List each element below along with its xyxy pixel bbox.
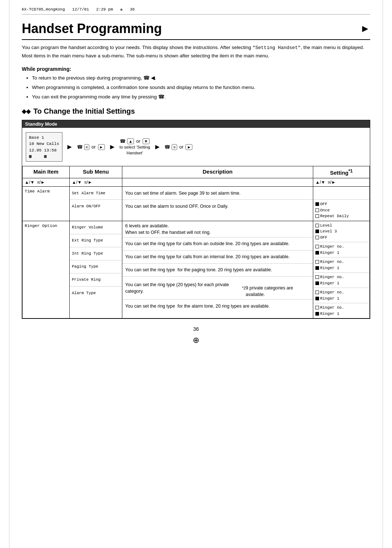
nav2-subtext: to select ‘SettingHandset’	[119, 144, 150, 156]
sub-item-private-ring: Private Ring	[70, 273, 122, 287]
sub-item-ringer-volume: Ringer Volume	[70, 221, 122, 234]
st-int-ringer-no: Ringer no.	[320, 259, 344, 265]
desc-ringer-volume: 6 levels are available.When set to OFF, …	[122, 221, 313, 238]
setting-int-ringer-no: Ringer no.	[315, 259, 367, 265]
desc-time-alarm: You can set time of alarm. See page 39 t…	[122, 187, 313, 221]
sub-item-int-ring-type: Int Ring Type	[70, 247, 122, 260]
sq-repeat-empty	[315, 214, 319, 218]
col-header-setting: Setting*1	[313, 166, 369, 178]
sub-menu-time-alarm: Set Alarm Time Alarm ON/OFF	[70, 187, 122, 221]
bullet-item-1: To return to the previous step during pr…	[32, 74, 370, 82]
lcd-antenna: ▩ ▩	[29, 153, 59, 159]
nav-cell-1: ▲/▼ ≡/►	[23, 178, 70, 186]
st-int-ringer1: Ringer 1	[320, 265, 339, 271]
setting-paging-type: Ringer no. Ringer 1	[313, 273, 369, 288]
setting-text-repeat: Repeat Daily	[320, 213, 349, 219]
nav1-right-btn: ►	[98, 144, 105, 150]
col-header-sub: Sub Menu	[70, 166, 122, 178]
setting-int-ringer1: Ringer 1	[315, 265, 367, 271]
nav-cell-2: ▲/▼ ≡/►	[70, 178, 122, 186]
setting-ext-ring-type: Ringer no. Ringer 1	[313, 242, 369, 257]
setting-ringer-volume: Level Level 3 OFF	[313, 221, 369, 243]
setting-private-ringer1: Ringer 1	[315, 296, 367, 302]
intro-paragraph: You can program the handset according to…	[22, 44, 370, 60]
st-alarm-no: Ringer no.	[320, 305, 344, 311]
setting-line-repeat: Repeat Daily	[315, 213, 367, 219]
section-heading: ◆◆ To Change the Initial Settings	[22, 107, 370, 115]
desc-paging-type: You can set the ring type for the paging…	[122, 264, 313, 277]
setting-private-ring: Ringer no. Ringer 1	[313, 288, 369, 303]
nav1-hook: ☎	[77, 144, 83, 150]
sq-level-empty	[315, 224, 319, 227]
setting-level3-filled: Level 3	[315, 228, 367, 235]
setting-alarm-type: Ringer no. Ringer 1	[313, 303, 369, 318]
flow-arrow-2: ►	[109, 143, 116, 151]
sq-paging-no-empty	[315, 275, 319, 279]
bottom-crosshair: ⊕	[22, 336, 370, 345]
standby-box: Standby Mode Base 1 10 New Calls 12.05 1…	[22, 120, 370, 319]
bullet-item-3: You can exit the programming mode any ti…	[32, 93, 370, 101]
nav-group-3: ☎ ≡ or ►	[164, 144, 193, 150]
setting-text-once: Once	[320, 207, 330, 214]
st-private-no: Ringer no.	[320, 289, 344, 296]
lcd-line-1: Base 1	[29, 134, 59, 141]
sq-ext-ringer1-filled	[315, 251, 319, 255]
desc-ringer: 6 levels are available.When set to OFF, …	[122, 221, 313, 318]
desc-ext-ring-type: You can set the ring type for calls from…	[122, 238, 313, 251]
st-alarm-ringer1: Ringer 1	[320, 311, 339, 317]
col-headers: Main Item Sub Menu Description Setting*1	[23, 166, 369, 178]
setting-paging-ringer1: Ringer 1	[315, 280, 367, 287]
nav3-right-btn: ►	[185, 144, 192, 150]
desc-set-alarm-time: You can set time of alarm. See page 39 t…	[122, 187, 313, 200]
title-arrow: ►	[360, 23, 370, 34]
nav3-hook: ☎	[164, 144, 170, 150]
nav-group-2-wrapper: ☎ ▲ or ▼ to select ‘SettingHandset’	[119, 138, 150, 156]
page-header: KX-TCD705_HongKong 12/7/01 2:29 pm ⊕ 36	[22, 7, 370, 15]
nav3-menu-btn: ≡	[172, 144, 177, 150]
standby-header: Standby Mode	[22, 120, 370, 128]
nav2-or: or	[136, 138, 140, 144]
sub-item-alarm-on-off: Alarm ON/OFF	[70, 200, 122, 213]
lcd-line-3: 12.05 13:58	[29, 147, 59, 153]
nav-c4: ▲/▼ ≡/►	[315, 180, 336, 185]
diamond-bullets: ◆◆	[22, 108, 30, 115]
sq-int-ringer1-filled	[315, 266, 319, 270]
bullet-item-2: When programming is completed, a confirm…	[32, 84, 370, 92]
sq-ringer-off-empty	[315, 236, 319, 239]
section-ringer-option: Ringer Option Ringer Volume Ext Ring Typ…	[23, 221, 369, 318]
setting-alarm-on-off: OFF Once Repeat Daily	[313, 200, 369, 221]
nav-group-2: ☎ ▲ or ▼	[120, 138, 150, 144]
sub-menu-ringer: Ringer Volume Ext Ring Type Int Ring Typ…	[70, 221, 122, 318]
nav3-or: or	[179, 144, 184, 150]
nav2-hook: ☎	[120, 138, 126, 144]
setting-ringer: Level Level 3 OFF	[313, 221, 369, 318]
setting-alarm-no: Ringer no.	[315, 305, 367, 311]
setting-int-ring-type: Ringer no. Ringer 1	[313, 257, 369, 273]
flow-arrow-3: ►	[154, 143, 161, 151]
sq-private-ringer1-filled	[315, 297, 319, 300]
page-num-text: 36	[193, 326, 199, 332]
header-time: 2:29 pm	[96, 7, 113, 12]
desc-alarm-on-off: You can set the alarm to sound OFF, Once…	[122, 200, 313, 213]
section-time-alarm: Time Alarm Set Alarm Time Alarm ON/OFF Y…	[23, 187, 369, 221]
nav-cell-3	[122, 178, 313, 186]
setting-text-off: OFF	[320, 201, 327, 207]
st-ext-ringer-no: Ringer no.	[320, 244, 344, 250]
desc-alarm-type: You can set the ring type for the alarm …	[122, 300, 313, 313]
sq-alarm-ringer1-filled	[315, 312, 319, 316]
sub-item-set-alarm-time: Set Alarm Time	[70, 187, 122, 200]
title-text: Handset Programming	[22, 21, 162, 36]
col-header-desc: Description	[122, 166, 313, 178]
st-level3: Level 3	[320, 228, 337, 235]
nav-cell-4: ▲/▼ ≡/►	[313, 178, 369, 186]
header-page-label: ⊕	[120, 7, 123, 12]
setting-paging-no: Ringer no.	[315, 274, 367, 280]
flow-arrow-1: ►	[66, 143, 73, 151]
sq-off-filled	[315, 202, 319, 206]
standby-content: Base 1 10 New Calls 12.05 13:58 ▩ ▩ ► ☎ …	[22, 128, 370, 166]
bullet-list: To return to the previous step during pr…	[22, 74, 370, 101]
setting-set-alarm-time	[313, 187, 369, 200]
main-table: Main Item Sub Menu Description Setting*1…	[22, 166, 370, 318]
main-item-ringer-option: Ringer Option	[23, 221, 70, 318]
while-programming-title: While programming:	[22, 66, 370, 72]
